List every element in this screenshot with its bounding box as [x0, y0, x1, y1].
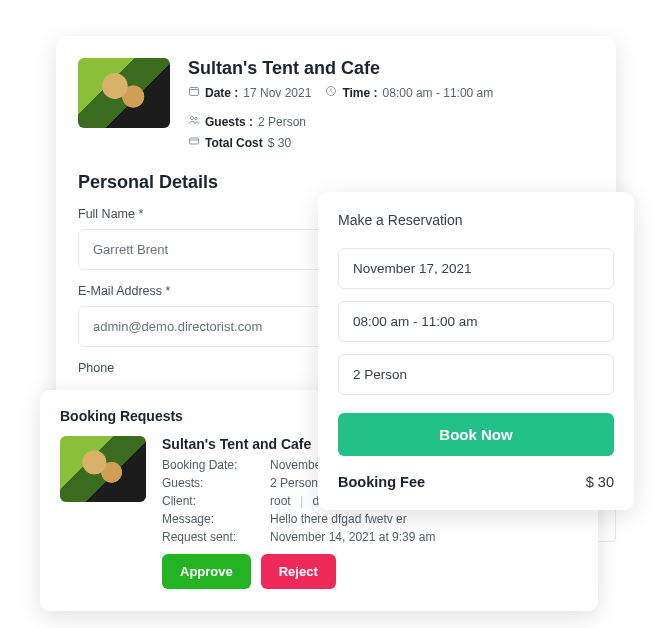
- svg-rect-0: [190, 88, 199, 96]
- fee-value: $ 30: [586, 474, 614, 490]
- message-value: Hello there dfgad fwetv er: [270, 512, 407, 526]
- guests-label: Guests :: [205, 115, 253, 129]
- reject-button[interactable]: Reject: [261, 554, 336, 589]
- section-title: Personal Details: [78, 172, 594, 193]
- date-label: Date :: [205, 86, 238, 100]
- clock-icon: [325, 85, 337, 100]
- time-value: 08:00 am - 11:00 am: [383, 86, 494, 100]
- total-cost-label: Total Cost: [205, 136, 263, 150]
- fee-label: Booking Fee: [338, 474, 425, 490]
- svg-point-2: [191, 117, 194, 120]
- request-thumbnail: [60, 436, 146, 502]
- kv-sent: Request sent: November 14, 2021 at 9:39 …: [162, 530, 578, 544]
- reservation-time-select[interactable]: 08:00 am - 11:00 am: [338, 301, 614, 342]
- svg-rect-4: [190, 138, 199, 144]
- listing-thumbnail: [78, 58, 170, 128]
- guests-key: Guests:: [162, 476, 270, 490]
- listing-title: Sultan's Tent and Cafe: [188, 58, 594, 79]
- action-row: Approve Reject: [162, 554, 578, 589]
- guests-value: 2 Person: [258, 115, 306, 129]
- meta-guests: Guests : 2 Person: [188, 114, 306, 129]
- details-header: Sultan's Tent and Cafe Date : 17 Nov 202…: [78, 58, 594, 150]
- book-now-button[interactable]: Book Now: [338, 413, 614, 456]
- date-value: 17 Nov 2021: [243, 86, 311, 100]
- reservation-card: Make a Reservation November 17, 2021 08:…: [318, 192, 634, 510]
- details-header-text: Sultan's Tent and Cafe Date : 17 Nov 202…: [188, 58, 594, 150]
- calendar-icon: [188, 85, 200, 100]
- client-name: root: [270, 494, 291, 508]
- approve-button[interactable]: Approve: [162, 554, 251, 589]
- kv-message: Message: Hello there dfgad fwetv er: [162, 512, 578, 526]
- meta-total-cost: Total Cost $ 30: [188, 135, 291, 150]
- request-title: Sultan's Tent and Cafe: [162, 436, 311, 452]
- sent-key: Request sent:: [162, 530, 270, 544]
- reservation-guests-select[interactable]: 2 Person: [338, 354, 614, 395]
- sent-value: November 14, 2021 at 9:39 am: [270, 530, 435, 544]
- time-label: Time :: [342, 86, 377, 100]
- card-icon: [188, 135, 200, 150]
- client-key: Client:: [162, 494, 270, 508]
- meta-time: Time : 08:00 am - 11:00 am: [325, 85, 493, 100]
- guests-value: 2 Person: [270, 476, 318, 490]
- meta-date: Date : 17 Nov 2021: [188, 85, 311, 100]
- separator: |: [300, 494, 303, 508]
- reservation-date-select[interactable]: November 17, 2021: [338, 248, 614, 289]
- users-icon: [188, 114, 200, 129]
- fee-row: Booking Fee $ 30: [338, 474, 614, 490]
- meta-row-2: Total Cost $ 30: [188, 135, 594, 150]
- reservation-title: Make a Reservation: [338, 212, 614, 228]
- meta-row-1: Date : 17 Nov 2021 Time : 08:00 am - 11:…: [188, 85, 594, 129]
- booking-date-key: Booking Date:: [162, 458, 270, 472]
- message-key: Message:: [162, 512, 270, 526]
- total-cost-value: $ 30: [268, 136, 291, 150]
- svg-point-3: [195, 117, 198, 120]
